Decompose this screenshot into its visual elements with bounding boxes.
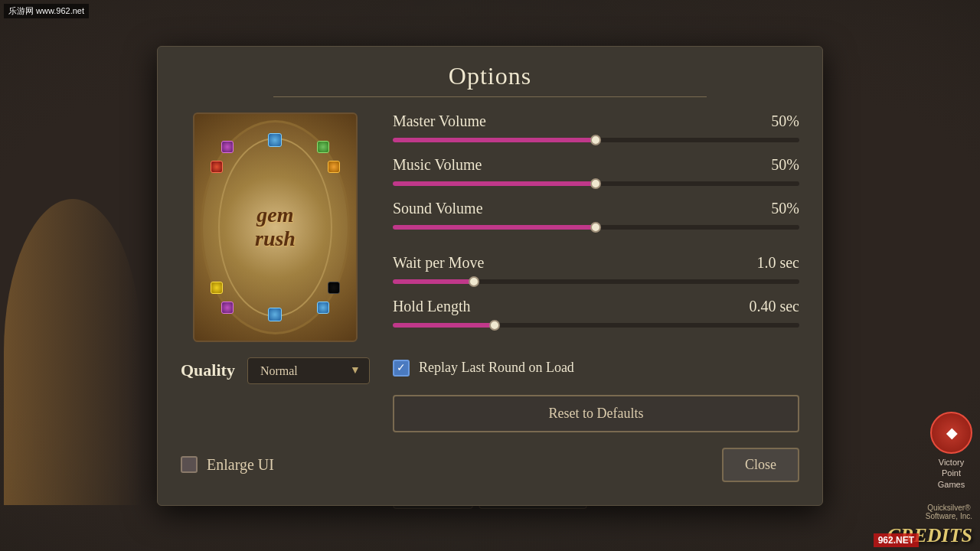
game-logo: gemrush (193, 112, 358, 342)
sound-volume-row: Sound Volume 50% (393, 200, 799, 217)
logo-text: gemrush (255, 204, 296, 251)
gem-bottom-right (317, 302, 329, 314)
quality-select-wrapper[interactable]: Low Normal High ▼ (247, 357, 370, 384)
quality-select[interactable]: Low Normal High (247, 357, 370, 384)
dialog-bottom-bar: Enlarge UI Close (181, 448, 799, 482)
gem-top-right (317, 141, 329, 153)
music-volume-value: 50% (738, 156, 799, 174)
sound-volume-slider[interactable] (393, 225, 799, 230)
sound-volume-value: 50% (738, 200, 799, 217)
logo-circle: gemrush (201, 120, 350, 334)
sound-volume-fill (393, 225, 596, 230)
hold-length-thumb[interactable] (489, 320, 500, 331)
master-volume-label: Master Volume (393, 112, 738, 130)
master-volume-fill (393, 138, 596, 142)
watermark-962: 962.NET (874, 533, 919, 547)
gem-left2 (211, 282, 223, 294)
music-volume-row: Music Volume 50% (393, 156, 799, 174)
title-divider (273, 96, 707, 97)
quality-label: Quality (181, 360, 235, 380)
master-volume-row: Master Volume 50% (393, 112, 799, 130)
hold-length-value: 0.40 sec (738, 298, 799, 315)
enlarge-label: Enlarge UI (207, 456, 274, 474)
gem-right1 (328, 161, 340, 173)
options-dialog: Options (157, 46, 823, 506)
wait-per-move-value: 1.0 sec (738, 254, 799, 272)
section-gap-1 (393, 243, 799, 249)
quality-row: Quality Low Normal High ▼ (181, 357, 370, 384)
master-volume-thumb[interactable] (590, 135, 601, 145)
music-volume-fill (393, 181, 596, 186)
replay-checkbox[interactable]: ✓ (393, 360, 410, 377)
enlarge-checkbox[interactable] (181, 456, 198, 473)
watermark-topleft: 乐游网 www.962.net (4, 4, 89, 18)
sound-volume-thumb[interactable] (590, 222, 601, 233)
hold-length-row: Hold Length 0.40 sec (393, 298, 799, 315)
music-volume-slider[interactable] (393, 181, 799, 186)
hold-length-label: Hold Length (393, 298, 738, 315)
close-button[interactable]: Close (722, 448, 799, 482)
gem-right2 (328, 282, 340, 294)
enlarge-row: Enlarge UI (181, 456, 274, 474)
master-volume-value: 50% (738, 112, 799, 130)
gem-left1 (211, 161, 223, 173)
section-gap-2 (393, 341, 799, 347)
gem-top-left (221, 141, 234, 153)
gem-bottom (268, 308, 282, 321)
gem-bottom-left (221, 302, 234, 314)
wait-per-move-slider[interactable] (393, 279, 799, 284)
wait-per-move-label: Wait per Move (393, 254, 738, 272)
dialog-title: Options (181, 62, 799, 90)
wait-per-move-fill (393, 279, 474, 284)
master-volume-slider[interactable] (393, 138, 799, 142)
dialog-right-panel: Master Volume 50% Music Volume 50% (393, 112, 799, 432)
dialog-left-panel: gemrush Quality Low Normal High ▼ (181, 112, 370, 384)
reset-defaults-button[interactable]: Reset to Defaults (393, 395, 799, 432)
sound-volume-label: Sound Volume (393, 200, 738, 217)
hold-length-fill (393, 323, 495, 328)
gem-top (268, 133, 282, 147)
wait-per-move-thumb[interactable] (469, 276, 479, 287)
wait-per-move-row: Wait per Move 1.0 sec (393, 254, 799, 272)
replay-checkbox-row: ✓ Replay Last Round on Load (393, 360, 799, 377)
replay-checkbox-label: Replay Last Round on Load (419, 360, 574, 376)
dialog-content: gemrush Quality Low Normal High ▼ (181, 112, 799, 432)
hold-length-slider[interactable] (393, 323, 799, 328)
modal-overlay: Options (0, 0, 980, 551)
music-volume-label: Music Volume (393, 156, 738, 174)
music-volume-thumb[interactable] (590, 178, 601, 189)
